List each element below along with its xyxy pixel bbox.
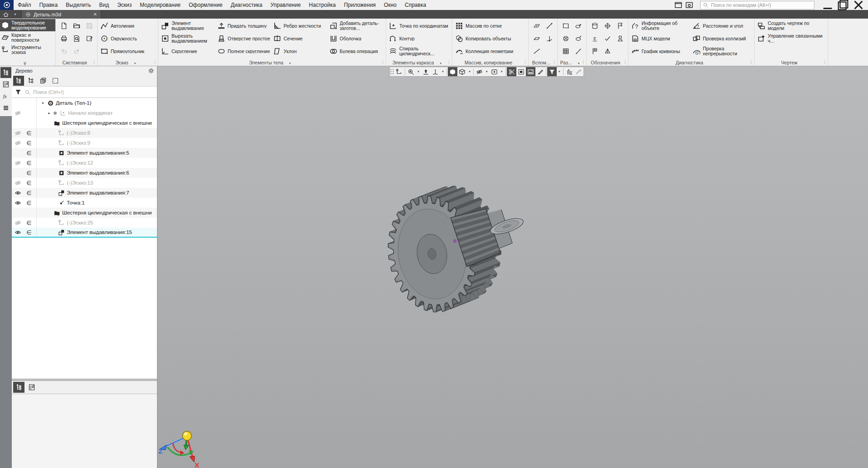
- collision-check-button[interactable]: Проверка коллизий: [691, 32, 753, 45]
- add-stock-part-button[interactable]: Добавить деталь-заготов...: [329, 20, 385, 32]
- tree-row-эскиз25[interactable]: ∈(-)Эскиз:25: [12, 218, 157, 228]
- tree-row-шестерняцилиндрическаясвнешни[interactable]: Шестерня цилиндрическая с внешни: [12, 208, 157, 218]
- menu-управление[interactable]: Управление: [266, 0, 305, 10]
- distance-angle-button[interactable]: ?Расстояние и угол: [691, 20, 753, 32]
- menu-настройка[interactable]: Настройка: [305, 0, 340, 10]
- menu-оформление[interactable]: Оформление: [185, 0, 226, 10]
- aux-axis-button[interactable]: [544, 20, 555, 31]
- tree-row-элементвыдавливания15[interactable]: ∈Элемент выдавливания:15: [12, 228, 157, 238]
- command-search[interactable]: [700, 1, 814, 10]
- group-handle-icon[interactable]: ⋮: [153, 60, 157, 64]
- gear-model[interactable]: [157, 66, 868, 468]
- menu-вид[interactable]: Вид: [95, 0, 113, 10]
- designation-cylinder-button[interactable]: [589, 20, 600, 31]
- menu-моделирование[interactable]: Моделирование: [136, 0, 185, 10]
- boolean-button[interactable]: Булева операция: [329, 45, 385, 58]
- tree-row-началокоординат[interactable]: ►Начало координат: [12, 108, 157, 118]
- menu-приложения[interactable]: Приложения: [340, 0, 380, 10]
- zone-exclude-button[interactable]: [560, 33, 571, 44]
- group-handle-icon[interactable]: ⋮: [523, 60, 527, 64]
- rectangle-button[interactable]: Прямоугольник: [99, 45, 157, 58]
- tree-row-элементвыдавливания7[interactable]: ∈Элемент выдавливания:7: [12, 188, 157, 198]
- curvature-graph-button[interactable]: График кривизны: [630, 45, 691, 58]
- toolbar-drag-handle[interactable]: [390, 67, 394, 76]
- menu-файл[interactable]: Файл: [14, 0, 35, 10]
- hide-objects-button-caret-icon[interactable]: ▼: [484, 70, 490, 73]
- window-gear-icon[interactable]: [685, 1, 694, 9]
- sketch-mode-button[interactable]: [394, 67, 404, 76]
- tree-panel-button[interactable]: [0, 67, 11, 78]
- shaded-display-button[interactable]: [448, 67, 457, 76]
- extrude-button[interactable]: Элемент выдавливания: [160, 20, 216, 32]
- group-handle-icon[interactable]: ⋮: [749, 60, 753, 64]
- menu-выделить[interactable]: Выделить: [62, 0, 95, 10]
- tree-relations-button[interactable]: [25, 76, 36, 86]
- zone-edit-button[interactable]: [573, 46, 584, 57]
- designation-stamp-button[interactable]: [615, 33, 626, 44]
- full-fillet-button[interactable]: Полное скругление: [216, 45, 273, 58]
- filter-objects-button[interactable]: [547, 67, 557, 76]
- designation-leader-button[interactable]: [615, 20, 626, 31]
- designation-cone-button[interactable]: [602, 46, 613, 57]
- menu-правка[interactable]: Правка: [35, 0, 62, 10]
- object-info-button[interactable]: ?Информация об объекте: [630, 20, 691, 32]
- zone-rect-button[interactable]: [560, 20, 571, 31]
- gear-icon[interactable]: [148, 68, 154, 74]
- grid-array-button[interactable]: Массив по сетке: [454, 20, 527, 32]
- tree-row-эскиз13[interactable]: ∈(-)Эскиз:13: [12, 178, 157, 188]
- shell-button[interactable]: Оболочка: [329, 32, 385, 45]
- close-icon[interactable]: [852, 1, 865, 9]
- group-handle-icon[interactable]: ⋮: [623, 60, 627, 64]
- new-document-button[interactable]: [59, 20, 69, 31]
- section-display-button[interactable]: [507, 67, 516, 76]
- menu-окно[interactable]: Окно: [380, 0, 401, 10]
- section-button[interactable]: Сечение: [272, 32, 329, 45]
- circle-button[interactable]: Окружность: [99, 32, 157, 45]
- save-as-button[interactable]: [84, 33, 95, 44]
- simple-hole-button[interactable]: Отверстие простое: [216, 32, 273, 45]
- aux-plane-button[interactable]: [531, 20, 542, 31]
- texture-display-button[interactable]: [526, 67, 535, 76]
- tree-components-button[interactable]: [38, 76, 49, 86]
- parameters-panel-button[interactable]: [0, 79, 11, 90]
- expander-icon[interactable]: ►: [47, 112, 52, 115]
- ghost-display-button-caret-icon[interactable]: ▼: [499, 70, 505, 73]
- ghost-display-button[interactable]: [490, 67, 499, 76]
- designation-check-button[interactable]: [602, 33, 613, 44]
- command-search-input[interactable]: [710, 2, 812, 8]
- tree-row-эскиз9[interactable]: ∈(-)Эскиз:9: [12, 138, 157, 148]
- contour-button[interactable]: Контур: [388, 32, 451, 45]
- wireframe-display-button-caret-icon[interactable]: ▼: [467, 70, 472, 73]
- window-icon[interactable]: [674, 1, 683, 9]
- menu-справка[interactable]: Справка: [401, 0, 430, 10]
- filter-funnel-icon[interactable]: [12, 88, 25, 96]
- mode-button-0[interactable]: Твердотельное моделирование: [0, 19, 55, 31]
- zone-grid-button[interactable]: [560, 46, 571, 57]
- linked-drawings-button[interactable]: Управление связанными ч...: [756, 32, 826, 45]
- 3d-viewport[interactable]: ▼▼▼▼▼▼ Z X: [157, 66, 868, 468]
- local-cs-button[interactable]: [544, 33, 555, 44]
- designation-mark-button[interactable]: E: [589, 33, 600, 44]
- tree-structure-button[interactable]: [13, 76, 24, 86]
- tab-close-icon[interactable]: ✕: [93, 12, 97, 17]
- tree-tab[interactable]: [13, 382, 25, 393]
- parameters-tab[interactable]: [26, 382, 37, 393]
- continuity-check-button[interactable]: G?Проверка непрерывности: [691, 45, 753, 58]
- zone-region-button[interactable]: [573, 33, 584, 44]
- create-drawing-button[interactable]: Создать чертеж по модели: [756, 20, 826, 32]
- ribbon-collapse-icon[interactable]: ≫: [23, 61, 27, 65]
- tree-row-элементвыдавливания6[interactable]: ∈Элемент выдавливания:6: [12, 168, 157, 178]
- fillet-button[interactable]: Скругление: [160, 45, 216, 58]
- tree-selection-button[interactable]: [50, 76, 61, 86]
- variables-panel-button[interactable]: fx: [0, 91, 11, 102]
- aux-spline-button[interactable]: [531, 46, 542, 57]
- geometry-collection-button[interactable]: Коллекция геометрии: [454, 45, 527, 58]
- group-handle-icon[interactable]: ⋮: [447, 60, 451, 64]
- minimize-icon[interactable]: [821, 1, 834, 9]
- spiral-button[interactable]: Спираль цилиндрическ...: [388, 45, 451, 58]
- designation-base-button[interactable]: [602, 20, 613, 31]
- tree-row-элементвыдавливания5[interactable]: ∈Элемент выдавливания:5: [12, 148, 157, 158]
- cut-extrude-button[interactable]: Вырезать выдавливанием: [160, 32, 216, 45]
- preview-button[interactable]: [71, 33, 82, 44]
- copy-objects-button[interactable]: Копировать объекты: [454, 32, 527, 45]
